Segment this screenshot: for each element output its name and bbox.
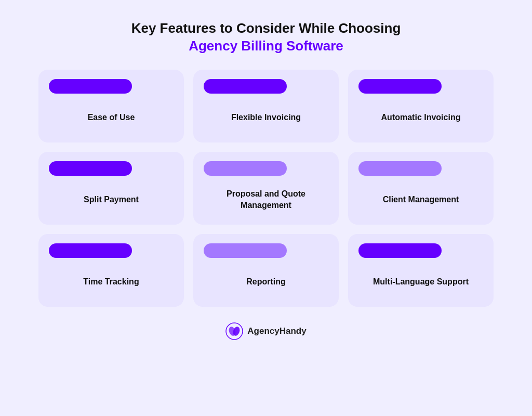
card-pill xyxy=(358,79,442,94)
brand-regular: Agency xyxy=(247,326,279,336)
card-label: Flexible Invoicing xyxy=(204,103,328,132)
card-label: Automatic Invoicing xyxy=(358,103,483,132)
feature-card: Split Payment xyxy=(38,152,184,225)
card-pill xyxy=(358,161,442,176)
card-label: Ease of Use xyxy=(49,103,174,132)
card-label: Client Management xyxy=(358,185,483,214)
feature-card: Proposal and Quote Management xyxy=(193,152,339,225)
feature-card: Multi-Language Support xyxy=(348,234,494,307)
header-title-line2: Agency Billing Software xyxy=(131,37,401,55)
feature-card: Client Management xyxy=(348,152,494,225)
card-label: Time Tracking xyxy=(49,267,174,296)
card-label: Proposal and Quote Management xyxy=(204,185,328,214)
feature-card: Automatic Invoicing xyxy=(348,70,494,142)
card-label: Split Payment xyxy=(49,185,174,214)
card-pill xyxy=(204,79,287,94)
page-header: Key Features to Consider While Choosing … xyxy=(131,20,401,55)
card-pill xyxy=(49,79,132,94)
features-grid: Ease of UseFlexible InvoicingAutomatic I… xyxy=(38,70,494,307)
card-pill xyxy=(49,161,132,176)
footer: AgencyHandy xyxy=(225,322,306,340)
card-pill xyxy=(204,161,287,176)
header-title-line1: Key Features to Consider While Choosing xyxy=(131,20,401,37)
footer-brand-text: AgencyHandy xyxy=(247,326,306,336)
card-label: Multi-Language Support xyxy=(358,267,483,296)
card-pill xyxy=(204,243,287,258)
agency-handy-logo-icon xyxy=(225,322,243,340)
card-label: Reporting xyxy=(204,267,328,296)
feature-card: Time Tracking xyxy=(38,234,184,307)
card-pill xyxy=(358,243,442,258)
brand-bold: Handy xyxy=(280,326,307,336)
feature-card: Ease of Use xyxy=(38,70,184,142)
feature-card: Reporting xyxy=(193,234,339,307)
feature-card: Flexible Invoicing xyxy=(193,70,339,142)
card-pill xyxy=(49,243,132,258)
